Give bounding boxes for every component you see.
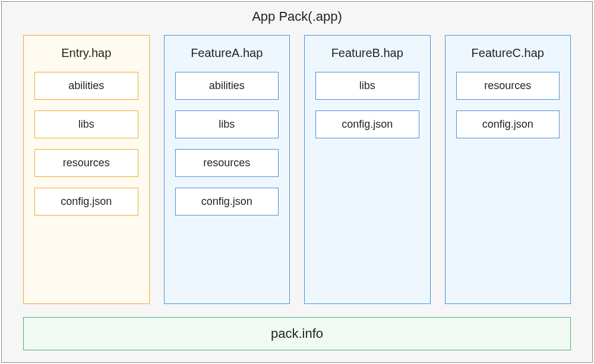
diagram-title: App Pack(.app): [23, 9, 571, 24]
hap-item-config: config.json: [175, 188, 279, 216]
hap-feature-b-box: FeatureB.hap libs config.json: [304, 35, 431, 304]
hap-item-resources: resources: [34, 149, 138, 177]
pack-info-box: pack.info: [23, 317, 571, 350]
hap-item-resources: resources: [456, 72, 560, 100]
hap-item-libs: libs: [315, 72, 419, 100]
hap-entry-box: Entry.hap abilities libs resources confi…: [23, 35, 150, 304]
hap-item-abilities: abilities: [175, 72, 279, 100]
hap-item-config: config.json: [456, 110, 560, 138]
hap-title: FeatureB.hap: [315, 46, 419, 60]
hap-feature-a-box: FeatureA.hap abilities libs resources co…: [164, 35, 290, 304]
hap-feature-c-box: FeatureC.hap resources config.json: [445, 35, 571, 304]
hap-item-config: config.json: [315, 110, 419, 138]
hap-item-resources: resources: [175, 149, 279, 177]
hap-title: FeatureC.hap: [456, 46, 560, 60]
hap-item-libs: libs: [175, 110, 279, 138]
app-pack-container: App Pack(.app) Entry.hap abilities libs …: [1, 1, 593, 363]
hap-columns: Entry.hap abilities libs resources confi…: [23, 35, 571, 304]
hap-item-config: config.json: [34, 188, 138, 216]
hap-title: FeatureA.hap: [175, 46, 279, 60]
hap-item-libs: libs: [34, 110, 138, 138]
hap-item-abilities: abilities: [34, 72, 138, 100]
hap-title: Entry.hap: [34, 46, 138, 60]
